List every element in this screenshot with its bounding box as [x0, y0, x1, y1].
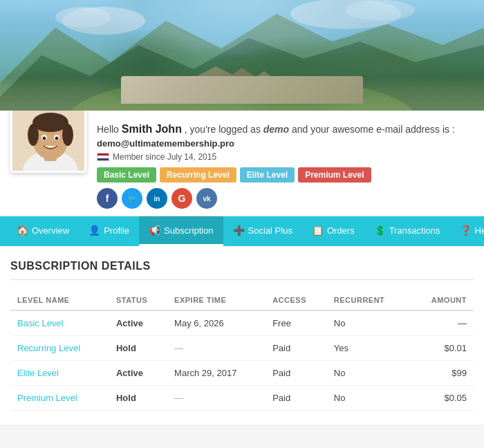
- col-recurrent: RECURRENT: [327, 290, 410, 310]
- subscription-icon: 📢: [149, 225, 160, 236]
- cell-recurrent: No: [327, 386, 410, 411]
- profile-area: Hello Smith John , you're logged as demo…: [0, 111, 484, 216]
- linkedin-icon[interactable]: in: [147, 188, 167, 209]
- table-header-row: LEVEL NAME STATUS EXPIRE TIME ACCESS REC…: [10, 290, 474, 310]
- svg-point-5: [55, 7, 111, 28]
- plus-icon: ➕: [233, 225, 245, 236]
- table-row: Premium Level Hold — Paid No $0.05: [10, 386, 474, 411]
- profile-icon: 👤: [89, 225, 100, 236]
- col-amount: AMOUNT: [410, 290, 474, 310]
- cell-recurrent: No: [327, 361, 410, 386]
- badge-premium[interactable]: Premium Level: [298, 167, 371, 183]
- cell-level-name: Elite Level: [10, 361, 109, 386]
- nav-overview[interactable]: 🏠 Overview: [7, 216, 79, 246]
- cell-access: Paid: [266, 361, 327, 386]
- logged-as-text: , you're logged as: [185, 124, 261, 135]
- table-row: Basic Level Active May 6, 2026 Free No —: [10, 310, 474, 336]
- level-link[interactable]: Basic Level: [17, 318, 63, 328]
- nav-help[interactable]: ❓ Help: [450, 216, 484, 246]
- cell-amount: $0.01: [410, 336, 474, 361]
- nav-orders-label: Orders: [327, 225, 355, 236]
- level-link[interactable]: Elite Level: [17, 368, 59, 378]
- nav-transactions[interactable]: 💲 Transactions: [364, 216, 450, 246]
- cell-recurrent: Yes: [327, 336, 410, 361]
- main-nav: 🏠 Overview 👤 Profile 📢 Subscription ➕ So…: [0, 216, 484, 246]
- flag-icon: [97, 153, 109, 161]
- member-since: Member since July 14, 2015: [97, 152, 474, 162]
- level-link[interactable]: Premium Level: [17, 393, 77, 403]
- greeting-text: Hello Smith John , you're logged as demo…: [97, 123, 474, 136]
- cell-amount: $0.05: [410, 386, 474, 411]
- section-title: SUBSCRIPTION DETAILS: [10, 260, 474, 280]
- cell-status: Active: [109, 361, 167, 386]
- demo-username: demo: [263, 124, 289, 135]
- cell-status: Hold: [109, 386, 167, 411]
- table-row: Elite Level Active March 29, 2017 Paid N…: [10, 361, 474, 386]
- social-icons: f 🐦 in G vk: [97, 188, 474, 209]
- subscription-section: SUBSCRIPTION DETAILS LEVEL NAME STATUS E…: [0, 246, 484, 424]
- table-body: Basic Level Active May 6, 2026 Free No —…: [10, 310, 474, 411]
- svg-point-23: [43, 137, 46, 140]
- svg-rect-10: [232, 77, 252, 91]
- google-plus-icon[interactable]: G: [171, 188, 192, 209]
- col-status: STATUS: [109, 290, 167, 310]
- cell-level-name: Basic Level: [10, 310, 109, 336]
- user-name: Smith John: [122, 123, 182, 135]
- cell-access: Paid: [266, 336, 327, 361]
- cell-expire: March 29, 2017: [167, 361, 266, 386]
- member-since-text: Member since July 14, 2015: [113, 152, 216, 162]
- col-expire-time: EXPIRE TIME: [167, 290, 266, 310]
- nav-social-plus-label: Social Plus: [248, 225, 292, 236]
- badge-elite[interactable]: Elite Level: [240, 167, 295, 183]
- email-link[interactable]: demo@ultimatemembership.pro: [97, 138, 234, 149]
- cell-status: Hold: [109, 336, 167, 361]
- badge-recurring[interactable]: Recurring Level: [160, 167, 236, 183]
- vk-icon[interactable]: vk: [196, 188, 217, 209]
- cell-expire: May 6, 2026: [167, 310, 266, 336]
- nav-transactions-label: Transactions: [389, 225, 440, 236]
- home-icon: 🏠: [17, 225, 28, 236]
- svg-point-7: [346, 0, 415, 21]
- cell-expire: —: [167, 386, 266, 411]
- badge-basic[interactable]: Basic Level: [97, 167, 156, 183]
- svg-point-20: [62, 124, 73, 146]
- profile-info: Hello Smith John , you're logged as demo…: [97, 118, 474, 209]
- cell-status: Active: [109, 310, 167, 336]
- cell-expire: —: [167, 336, 266, 361]
- nav-subscription-label: Subscription: [164, 225, 214, 236]
- cell-level-name: Premium Level: [10, 386, 109, 411]
- cell-amount: $99: [410, 361, 474, 386]
- svg-point-19: [28, 124, 39, 146]
- nav-social-plus[interactable]: ➕ Social Plus: [223, 216, 302, 246]
- col-access: ACCESS: [266, 290, 327, 310]
- greeting-prefix: Hello: [97, 124, 119, 135]
- svg-point-24: [55, 137, 59, 140]
- twitter-icon[interactable]: 🐦: [122, 188, 142, 209]
- level-badges: Basic Level Recurring Level Elite Level …: [97, 167, 474, 183]
- nav-subscription[interactable]: 📢 Subscription: [139, 216, 223, 246]
- col-level-name: LEVEL NAME: [10, 290, 109, 310]
- cell-recurrent: No: [327, 310, 410, 336]
- svg-rect-8: [201, 76, 225, 91]
- svg-rect-12: [256, 80, 273, 91]
- subscription-table: LEVEL NAME STATUS EXPIRE TIME ACCESS REC…: [10, 290, 474, 411]
- cell-access: Free: [266, 310, 327, 336]
- cell-access: Paid: [266, 386, 327, 411]
- nav-help-label: Help: [475, 225, 484, 236]
- nav-orders[interactable]: 📋 Orders: [302, 216, 364, 246]
- nav-overview-label: Overview: [32, 225, 69, 236]
- table-row: Recurring Level Hold — Paid Yes $0.01: [10, 336, 474, 361]
- cell-amount: —: [410, 310, 474, 336]
- help-icon: ❓: [460, 225, 472, 236]
- nav-profile[interactable]: 👤 Profile: [79, 216, 139, 246]
- level-link[interactable]: Recurring Level: [17, 343, 80, 353]
- transactions-icon: 💲: [374, 225, 386, 236]
- hero-banner: [0, 0, 484, 111]
- email-line: demo@ultimatemembership.pro: [97, 138, 474, 149]
- cell-level-name: Recurring Level: [10, 336, 109, 361]
- email-prefix: and your awesome e-mail address is :: [292, 124, 455, 135]
- facebook-icon[interactable]: f: [97, 188, 118, 209]
- nav-profile-label: Profile: [104, 225, 129, 236]
- orders-icon: 📋: [312, 225, 324, 236]
